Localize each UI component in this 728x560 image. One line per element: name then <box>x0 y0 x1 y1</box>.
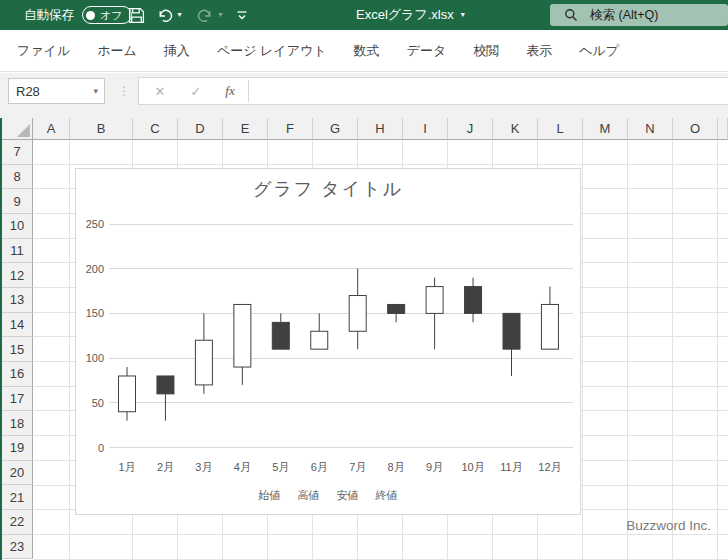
stock-chart[interactable]: グラフ タイトル 0501001502002501月2月3月4月5月6月7月8月… <box>75 168 581 515</box>
row-header-21[interactable]: 21 <box>2 485 33 510</box>
row-header-17[interactable]: 17 <box>2 387 33 412</box>
ribbon-tab-1[interactable]: ホーム <box>97 42 137 60</box>
column-headers: ABCDEFGHIJKLMNO <box>33 118 728 140</box>
column-header-C[interactable]: C <box>133 118 178 140</box>
candle-up[interactable] <box>119 376 136 412</box>
candle-down[interactable] <box>388 304 405 313</box>
document-title[interactable]: Excelグラフ.xlsx ▾ <box>356 0 465 30</box>
undo-dropdown-icon[interactable]: ▾ <box>177 11 181 19</box>
ribbon-tab-5[interactable]: データ <box>407 42 447 60</box>
legend-item-2[interactable]: 安値 <box>337 488 359 503</box>
chart-legend[interactable]: 始値高値安値終値 <box>76 488 580 503</box>
select-all-corner[interactable] <box>2 118 33 140</box>
column-header-L[interactable]: L <box>538 118 583 140</box>
name-box-dropdown-icon[interactable]: ▾ <box>93 86 104 96</box>
column-header-F[interactable]: F <box>268 118 313 140</box>
y-axis-tick: 50 <box>92 397 104 409</box>
ribbon-tab-7[interactable]: 表示 <box>526 42 552 60</box>
ribbon-tab-bar: ファイルホーム挿入ページ レイアウト数式データ校閲表示ヘルプ <box>0 30 728 72</box>
column-header-J[interactable]: J <box>448 118 493 140</box>
row-header-18[interactable]: 18 <box>2 411 33 436</box>
grid-line <box>582 140 583 560</box>
legend-item-0[interactable]: 始値 <box>259 488 281 503</box>
row-header-9[interactable]: 9 <box>2 189 33 214</box>
column-header-H[interactable]: H <box>358 118 403 140</box>
candle-up[interactable] <box>541 304 558 349</box>
customize-toolbar-icon <box>236 10 248 21</box>
candle-up[interactable] <box>195 340 212 385</box>
x-axis-label: 10月 <box>461 461 484 473</box>
candle-down[interactable] <box>465 287 482 314</box>
row-header-22[interactable]: 22 <box>2 510 33 535</box>
formula-bar-buttons-area: ✕ ✓ fx <box>138 77 728 105</box>
x-axis-label: 4月 <box>234 461 251 473</box>
column-header-G[interactable]: G <box>313 118 358 140</box>
row-header-19[interactable]: 19 <box>2 436 33 461</box>
grid-line <box>69 140 70 560</box>
enter-icon: ✓ <box>191 84 202 99</box>
formula-input[interactable] <box>251 78 728 104</box>
x-axis-label: 8月 <box>388 461 405 473</box>
candle-up[interactable] <box>349 296 366 332</box>
enter-button: ✓ <box>181 78 211 104</box>
column-header-B[interactable]: B <box>70 118 133 140</box>
column-header-A[interactable]: A <box>33 118 70 140</box>
name-box[interactable]: R28 ▾ <box>8 78 105 104</box>
ribbon-tab-4[interactable]: 数式 <box>354 42 380 60</box>
row-header-11[interactable]: 11 <box>2 239 33 264</box>
name-box-value: R28 <box>9 84 93 99</box>
row-header-14[interactable]: 14 <box>2 313 33 338</box>
candle-up[interactable] <box>426 287 443 314</box>
autosave-state-label: オフ <box>100 8 123 23</box>
row-header-13[interactable]: 13 <box>2 288 33 313</box>
row-header-12[interactable]: 12 <box>2 263 33 288</box>
candle-down[interactable] <box>157 376 174 394</box>
autosave-control: 自動保存 オフ <box>24 0 132 30</box>
column-header-E[interactable]: E <box>223 118 268 140</box>
row-header-8[interactable]: 8 <box>2 165 33 190</box>
formula-bar-separator-dots: ⋮ <box>118 78 130 104</box>
column-header-N[interactable]: N <box>628 118 673 140</box>
candle-up[interactable] <box>234 304 251 367</box>
select-all-triangle-icon <box>17 124 30 137</box>
row-header-23[interactable]: 23 <box>2 535 33 560</box>
ribbon-tab-3[interactable]: ページ レイアウト <box>217 42 327 60</box>
column-header-D[interactable]: D <box>178 118 223 140</box>
grid-line <box>672 140 673 560</box>
save-icon <box>128 7 145 24</box>
ribbon-tab-2[interactable]: 挿入 <box>164 42 190 60</box>
legend-item-1[interactable]: 高値 <box>298 488 320 503</box>
candle-down[interactable] <box>503 313 520 349</box>
column-header-K[interactable]: K <box>493 118 538 140</box>
candle-down[interactable] <box>272 322 289 349</box>
formula-input-separator <box>248 80 249 102</box>
ribbon-tab-0[interactable]: ファイル <box>17 42 70 60</box>
column-header-O[interactable]: O <box>673 118 718 140</box>
ribbon-tab-6[interactable]: 校閲 <box>473 42 499 60</box>
column-header-I[interactable]: I <box>403 118 448 140</box>
x-axis-label: 12月 <box>538 461 561 473</box>
customize-quick-access-button[interactable] <box>232 0 252 30</box>
autosave-toggle-knob <box>86 11 95 20</box>
column-header-M[interactable]: M <box>583 118 628 140</box>
column-header-partial[interactable] <box>718 118 728 140</box>
x-axis-label: 2月 <box>157 461 174 473</box>
fx-icon: fx <box>225 83 234 99</box>
legend-item-3[interactable]: 終値 <box>376 488 398 503</box>
row-header-15[interactable]: 15 <box>2 337 33 362</box>
formula-bar: R28 ▾ ⋮ ✕ ✓ fx <box>0 73 728 118</box>
search-box[interactable]: 検索 (Alt+Q) <box>550 4 728 26</box>
save-button[interactable] <box>124 0 148 30</box>
watermark-text: Buzzword Inc. <box>585 518 711 533</box>
row-header-20[interactable]: 20 <box>2 461 33 486</box>
row-header-10[interactable]: 10 <box>2 214 33 239</box>
x-axis-label: 1月 <box>118 461 135 473</box>
row-header-7[interactable]: 7 <box>2 140 33 165</box>
search-placeholder: 検索 (Alt+Q) <box>590 7 658 24</box>
undo-button[interactable]: ▾ <box>152 0 186 30</box>
insert-function-button[interactable]: fx <box>215 78 245 104</box>
row-header-16[interactable]: 16 <box>2 362 33 387</box>
candle-up[interactable] <box>311 331 328 349</box>
ribbon-tab-8[interactable]: ヘルプ <box>579 42 619 60</box>
chart-plot-area: 0501001502002501月2月3月4月5月6月7月8月9月10月11月1… <box>76 169 580 514</box>
